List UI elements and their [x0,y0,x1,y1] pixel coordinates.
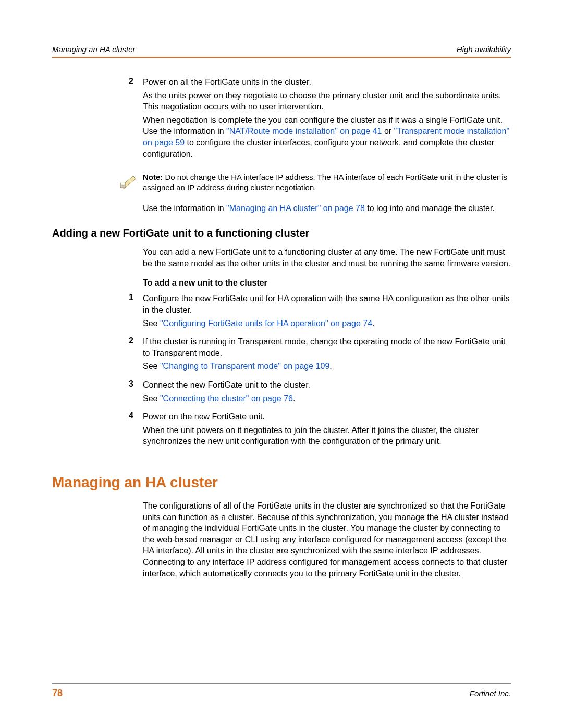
list-item: 3 Connect the new FortiGate unit to the … [120,379,511,406]
list-item: 4 Power on the new FortiGate unit. When … [120,411,511,449]
note-label: Note: [143,172,163,181]
note-callout: Note: Do not change the HA interface IP … [120,172,511,193]
step-number: 1 [120,293,143,331]
paragraph: Configure the new FortiGate unit for HA … [143,293,511,315]
step-body: Connect the new FortiGate unit to the cl… [143,379,511,406]
list-item: 2 If the cluster is running in Transpare… [120,336,511,374]
paragraph: When the unit powers on it negotiates to… [143,425,511,447]
paragraph: If the cluster is running in Transparent… [143,336,511,359]
cross-reference-link[interactable]: "Changing to Transparent mode" on page 1… [160,362,329,371]
paragraph: Connect the new FortiGate unit to the cl… [143,379,511,391]
step-number: 4 [120,411,143,449]
step-number: 3 [120,379,143,406]
header-left: Managing an HA cluster [52,45,136,54]
step-body: Power on the new FortiGate unit. When th… [143,411,511,449]
document-page: Managing an HA cluster High availability… [0,0,563,620]
running-header: Managing an HA cluster High availability [52,45,511,58]
list-item: 2 Power on all the FortiGate units in th… [120,77,511,162]
main-content: 2 Power on all the FortiGate units in th… [120,77,511,579]
paragraph: Power on the new FortiGate unit. [143,411,511,423]
paragraph: You can add a new FortiGate unit to a fu… [143,246,511,269]
heading-1: Managing an HA cluster [52,474,511,491]
heading-2: Adding a new FortiGate unit to a functio… [52,227,511,239]
cross-reference-link[interactable]: "Connecting the cluster" on page 76 [160,394,293,403]
footer-company: Fortinet Inc. [470,689,511,698]
paragraph: As the units power on they negotiate to … [143,90,511,113]
paragraph: See "Configuring FortiGate units for HA … [143,318,511,329]
list-item: 1 Configure the new FortiGate unit for H… [120,293,511,331]
step-number: 2 [120,77,143,162]
cross-reference-link[interactable]: "Managing an HA cluster" on page 78 [226,204,365,213]
step-body: Configure the new FortiGate unit for HA … [143,293,511,331]
paragraph: Power on all the FortiGate units in the … [143,77,511,88]
paragraph: Use the information in "Managing an HA c… [143,203,511,214]
step-number: 2 [120,336,143,374]
paragraph: See "Changing to Transparent mode" on pa… [143,361,511,372]
step-body: Power on all the FortiGate units in the … [143,77,511,162]
note-icon [120,172,143,191]
paragraph: The configurations of all of the FortiGa… [143,500,511,579]
step-body: If the cluster is running in Transparent… [143,336,511,374]
cross-reference-link[interactable]: "Configuring FortiGate units for HA oper… [160,319,372,328]
heading-3: To add a new unit to the cluster [143,278,511,288]
header-right: High availability [457,45,511,54]
page-number: 78 [52,688,63,699]
cross-reference-link[interactable]: "NAT/Route mode installation" on page 41 [226,127,382,135]
running-footer: 78 Fortinet Inc. [52,683,511,699]
paragraph: When negotiation is complete the you can… [143,115,511,159]
paragraph: See "Connecting the cluster" on page 76. [143,393,511,404]
note-text: Note: Do not change the HA interface IP … [143,172,511,193]
